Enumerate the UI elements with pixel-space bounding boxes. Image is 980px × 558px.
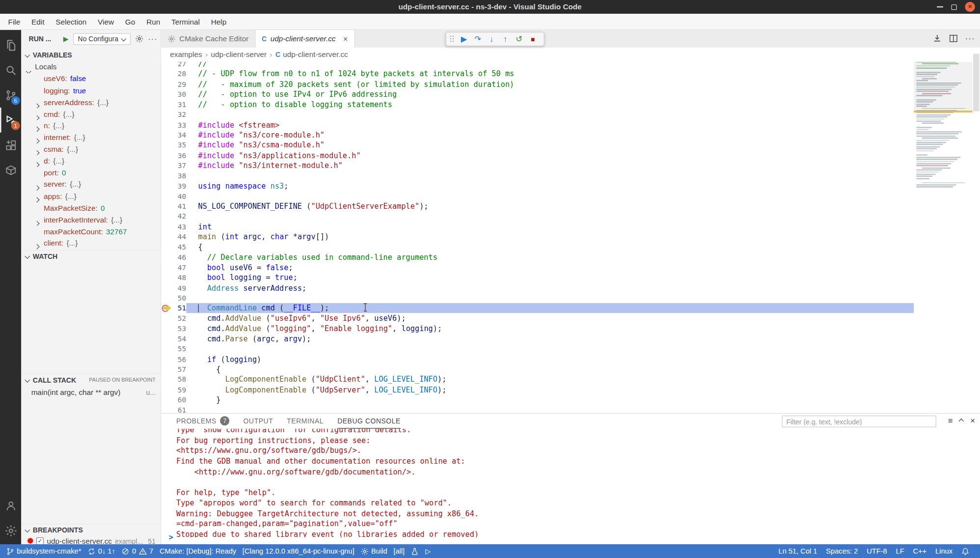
gutter[interactable] [161,283,172,293]
gutter[interactable] [161,181,172,191]
cursor-position[interactable]: Ln 51, Col 1 [774,544,822,558]
code-line-42[interactable]: 42 [161,212,914,222]
code-line-46[interactable]: 46 // Declare variables used in command-… [161,252,914,262]
code-line-61[interactable]: 61 [161,405,914,413]
code-line-40[interactable]: 40 [161,191,914,201]
language-mode[interactable]: C++ [909,544,931,558]
activity-extensions[interactable] [0,133,21,158]
gutter[interactable] [161,374,172,385]
menu-help[interactable]: Help [205,15,232,28]
breakpoint-checkbox[interactable]: ✓ [36,537,44,544]
minimize-icon[interactable] [937,6,943,8]
gutter[interactable] [161,293,172,303]
os-indicator[interactable]: Linux [931,544,957,558]
more-actions-icon[interactable]: ··· [148,34,158,43]
code-line-35[interactable]: 35#include "ns3/csma-module.h" [161,140,914,150]
gutter[interactable] [161,191,172,201]
console-input[interactable] [177,533,427,542]
activity-run-and-debug[interactable]: 1 [0,108,21,133]
menu-file[interactable]: File [2,15,26,28]
variable-maxpacketcount[interactable]: maxPacketCount:32767 [21,225,161,237]
gutter[interactable] [161,201,172,212]
scrollbar-thumb[interactable] [973,54,980,111]
activity-explorer[interactable] [0,32,21,57]
variable-usev6[interactable]: useV6:false [21,73,161,85]
code-line-30[interactable]: 30// - option to use IPv4 or IPv6 addres… [161,89,914,100]
restart-button[interactable]: ↺ [513,34,525,44]
variable-interpacketinterval[interactable]: interPacketInterval:{...} [21,214,161,226]
notifications[interactable] [957,544,974,558]
variable-csma[interactable]: csma:{...} [21,143,161,155]
gutter[interactable] [161,273,172,283]
code-line-57[interactable]: 57 { [161,364,914,375]
variable-cmd[interactable]: cmd:{...} [21,108,161,120]
activity-accounts[interactable] [0,493,21,518]
close-icon[interactable]: × [965,2,975,12]
code-editor[interactable]: 27//28// - UDP flow from n0 to n1 of 102… [161,59,914,413]
editor-scrollbar[interactable] [973,48,980,413]
code-line-53[interactable]: 53 cmd.AddValue ("logging", "Enable logg… [161,324,914,334]
console-filter-input[interactable] [782,416,936,427]
code-line-59[interactable]: 59 LogComponentEnable ("UdpServer", LOG_… [161,385,914,395]
cmake-build[interactable]: Build [357,544,390,558]
variable-server[interactable]: server:{...} [21,179,161,191]
cmake-launch[interactable]: ▷ [422,544,434,558]
code-line-49[interactable]: 49 Address serverAddress; [161,283,914,293]
gutter[interactable] [161,130,172,140]
code-line-45[interactable]: 45{ [161,242,914,252]
menu-go[interactable]: Go [119,15,140,28]
code-line-41[interactable]: 41NS_LOG_COMPONENT_DEFINE ("UdpClientSer… [161,201,914,212]
gutter[interactable] [161,222,172,232]
step-over-button[interactable]: ↷ [472,34,484,44]
cmake-test[interactable] [408,544,422,558]
variable-maxpacketsize[interactable]: MaxPacketSize:0 [21,202,161,214]
cmake-target[interactable]: [all] [390,544,408,558]
code-line-60[interactable]: 60 } [161,395,914,405]
activity-manage[interactable] [0,518,21,543]
problems[interactable]: 07 [118,544,156,558]
menu-run[interactable]: Run [141,15,166,28]
menu-edit[interactable]: Edit [26,15,50,28]
code-line-51[interactable]: 51 CommandLine cmd (__FILE__); [161,303,914,313]
panel-tab-debug-console[interactable]: DEBUG CONSOLE [337,414,401,429]
sync-changes[interactable]: 0↓ 1↑ [84,544,118,558]
gutter[interactable] [161,110,172,120]
activity-search[interactable] [0,57,21,83]
continue-button[interactable]: ▶ [458,34,470,44]
code-line-39[interactable]: 39using namespace ns3; [161,181,914,191]
gutter[interactable] [161,262,172,273]
step-into-button[interactable]: ↓ [486,34,497,44]
tab-udp-client-server-cc[interactable]: Cudp-client-server.cc× [255,30,354,48]
code-line-43[interactable]: 43int [161,222,914,232]
gutter[interactable] [161,395,172,405]
git-branch[interactable]: buildsystem-cmake* [3,544,84,558]
code-line-32[interactable]: 32 [161,110,914,120]
code-line-31[interactable]: 31// - option to disable logging stateme… [161,100,914,110]
gutter[interactable] [161,161,172,171]
gutter[interactable] [161,89,172,100]
variables-section-header[interactable]: VARIABLES [21,49,161,60]
variable-serveraddress[interactable]: serverAddress:{...} [21,96,161,108]
code-line-50[interactable]: 50 [161,293,914,303]
debug-gear-icon[interactable] [135,34,144,43]
gutter[interactable] [161,232,172,242]
more-actions-icon[interactable]: ··· [965,34,975,43]
close-tab-icon[interactable]: × [343,34,348,43]
code-line-55[interactable]: 55 [161,344,914,354]
gutter[interactable] [161,354,172,364]
breadcrumb-item-examples[interactable]: examples [170,50,202,59]
gutter[interactable] [161,212,172,222]
variable-apps[interactable]: apps:{...} [21,191,161,202]
split-editor-icon[interactable] [949,34,958,43]
code-line-54[interactable]: 54 cmd.Parse (argc, argv); [161,334,914,344]
gutter[interactable] [161,242,172,252]
menu-selection[interactable]: Selection [50,15,92,28]
gutter[interactable] [161,364,172,375]
start-debug-button[interactable]: ▶ [63,35,69,43]
gutter[interactable] [161,120,172,130]
variable-n[interactable]: n:{...} [21,120,161,132]
gutter[interactable] [161,344,172,354]
panel-tab-problems[interactable]: PROBLEMS7 [176,414,230,429]
panel-tab-output[interactable]: OUTPUT [244,414,273,429]
activity-source-control[interactable]: 6 [0,83,21,108]
